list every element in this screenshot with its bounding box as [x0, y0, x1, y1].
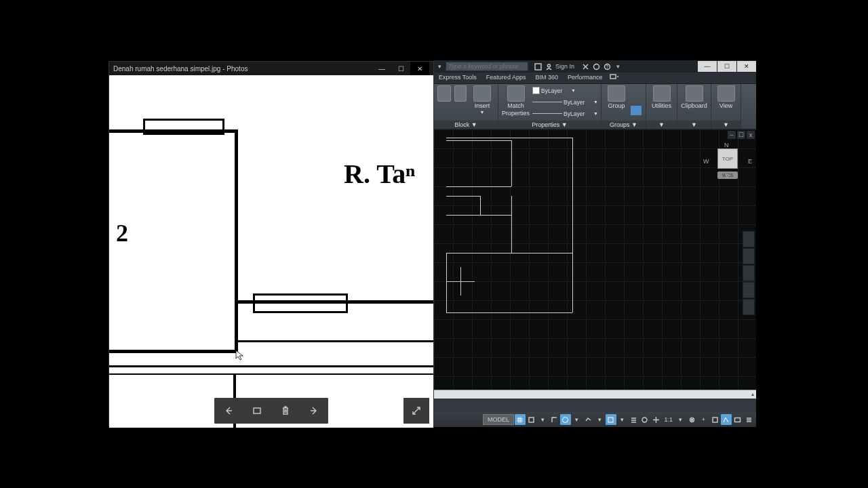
nav-showmotion-button[interactable]	[743, 299, 755, 315]
status-plus-button[interactable]: +	[698, 414, 709, 425]
photos-titlebar[interactable]: Denah rumah sederhana simpel.jpg - Photo…	[109, 62, 433, 75]
autocad-help-search-input[interactable]	[446, 62, 528, 71]
autocad-status-bar: MODEL ▾ ▾ ▾ ▾ 1:1 ▾ +	[434, 412, 756, 427]
tab-featured-apps[interactable]: Featured Apps	[481, 73, 531, 83]
tab-extra-button[interactable]	[607, 73, 622, 83]
status-cleanscreen-button[interactable]	[732, 414, 743, 425]
exchange-apps-icon[interactable]	[580, 63, 591, 70]
autocad-close-button[interactable]: ✕	[737, 61, 756, 72]
viewcube-north[interactable]: N	[724, 142, 729, 148]
status-polar-button[interactable]	[560, 414, 571, 425]
autocad-menu-dropdown[interactable]: ▾	[434, 63, 446, 70]
viewcube[interactable]: N W E TOP S WCS	[703, 142, 752, 179]
insert-button[interactable]: Insert ▼	[469, 85, 495, 115]
utilities-button[interactable]: Utilities	[649, 85, 674, 109]
photos-fullscreen-button[interactable]	[403, 398, 429, 424]
status-dropdown1[interactable]: ▾	[538, 414, 549, 425]
clipboard-label: Clipboard	[681, 102, 707, 109]
help-dropdown[interactable]: ▾	[612, 63, 624, 70]
status-gear-button[interactable]	[687, 414, 698, 425]
status-ortho-button[interactable]	[549, 414, 559, 425]
photos-title: Denah rumah sederhana simpel.jpg - Photo…	[113, 65, 372, 73]
status-customize-button[interactable]	[743, 414, 754, 425]
status-dropdown2[interactable]: ▾	[572, 414, 583, 425]
panel-clipboard-drop[interactable]: ▼	[677, 121, 711, 129]
lineweight-combo[interactable]: ByLayer▼	[532, 97, 598, 107]
tab-performance[interactable]: Performance	[563, 73, 608, 83]
photos-delete-button[interactable]	[271, 398, 300, 424]
ribbon-edit-block[interactable]	[454, 85, 467, 102]
photos-maximize-button[interactable]: ☐	[391, 62, 410, 75]
viewcube-west[interactable]: W	[703, 158, 709, 165]
viewcube-face[interactable]: TOP	[717, 148, 738, 169]
infocenter-icon[interactable]	[532, 63, 543, 70]
nav-orbit-button[interactable]	[743, 282, 755, 298]
signin-link[interactable]: Sign In	[555, 63, 574, 70]
viewport-maximize-button[interactable]: ☐	[737, 131, 745, 139]
svg-point-2	[547, 64, 550, 67]
panel-view-drop[interactable]: ▼	[711, 121, 741, 129]
ribbon-panel-clipboard: Clipboard ▼	[677, 84, 711, 129]
arrow-right-icon	[309, 406, 319, 415]
autocad-command-line[interactable]: ▴	[434, 390, 756, 399]
status-isodraft-button[interactable]	[583, 414, 593, 425]
nav-pan-button[interactable]	[743, 248, 755, 264]
floorplan-label-r-tan: R. Taⁿ	[344, 158, 415, 190]
panel-block-label[interactable]: Block ▼	[434, 121, 498, 129]
status-grid-button[interactable]	[515, 414, 526, 425]
status-lwt-button[interactable]	[628, 414, 639, 425]
status-cycling-button[interactable]	[651, 414, 662, 425]
photos-minimize-button[interactable]: —	[372, 62, 391, 75]
status-dropdown3[interactable]: ▾	[594, 414, 605, 425]
cmdline-recent-dropdown[interactable]: ▴	[751, 391, 754, 397]
autocad-maximize-button[interactable]: ☐	[717, 61, 736, 72]
status-osnap-button[interactable]	[606, 414, 616, 425]
photos-prev-button[interactable]	[214, 398, 243, 424]
match-properties-button[interactable]: Match Properties	[501, 85, 530, 117]
status-scale[interactable]: 1:1	[662, 416, 675, 423]
insert-label: Insert	[475, 102, 490, 109]
autodesk360-icon[interactable]	[591, 63, 601, 70]
photos-close-button[interactable]: ✕	[410, 62, 429, 75]
group-select-button[interactable]	[631, 106, 642, 115]
photos-image-canvas[interactable]: R. Taⁿ 2	[109, 75, 433, 428]
autocad-minimize-button[interactable]: —	[698, 61, 717, 72]
nav-wheel-button[interactable]	[743, 231, 755, 247]
photos-bottom-toolbar	[214, 398, 328, 424]
autocad-model-viewport[interactable]: – ☐ x N W E TOP S WCS	[434, 129, 756, 390]
panel-utilities-drop[interactable]: ▼	[646, 121, 677, 129]
tab-express-tools[interactable]: Express Tools	[434, 73, 481, 83]
view-label: View	[719, 102, 732, 109]
status-transparency-button[interactable]	[639, 414, 650, 425]
help-icon[interactable]: ?	[601, 63, 612, 70]
panel-groups-label[interactable]: Groups ▼	[601, 121, 646, 129]
photos-window: Denah rumah sederhana simpel.jpg - Photo…	[108, 61, 434, 427]
group-edit-button[interactable]	[631, 96, 642, 105]
signin-user-icon[interactable]	[543, 63, 554, 70]
color-combo[interactable]: ByLayer▼	[532, 85, 598, 96]
clipboard-button[interactable]: Clipboard	[680, 85, 708, 109]
linetype-combo[interactable]: ByLayer▼	[532, 108, 598, 119]
arrow-left-icon	[224, 406, 233, 415]
view-button[interactable]: View	[714, 85, 738, 109]
panel-properties-label[interactable]: Properties ▼	[498, 121, 601, 129]
status-hwaccel-button[interactable]	[721, 414, 732, 425]
photos-next-button[interactable]	[300, 398, 328, 424]
status-snapmode-button[interactable]	[526, 414, 537, 425]
viewcube-east[interactable]: E	[748, 158, 752, 165]
photos-slideshow-button[interactable]	[243, 398, 271, 424]
viewport-minimize-button[interactable]: –	[728, 131, 736, 139]
autocad-titlebar[interactable]: ▾ Sign In ? ▾ — ☐ ✕	[434, 60, 756, 73]
status-scale-dropdown[interactable]: ▾	[675, 414, 686, 425]
status-isolate-button[interactable]	[709, 414, 720, 425]
viewport-close-button[interactable]: x	[747, 131, 755, 139]
svg-rect-9	[608, 418, 613, 422]
tab-bim360[interactable]: BIM 360	[530, 73, 563, 83]
status-model-button[interactable]: MODEL	[483, 414, 514, 425]
nav-zoom-button[interactable]	[743, 265, 755, 281]
ungroup-button[interactable]	[631, 85, 642, 95]
status-dropdown4[interactable]: ▾	[617, 414, 628, 425]
ribbon-create-block[interactable]	[437, 85, 452, 102]
group-button[interactable]: Group	[604, 85, 629, 109]
viewcube-south[interactable]: S	[725, 173, 729, 180]
